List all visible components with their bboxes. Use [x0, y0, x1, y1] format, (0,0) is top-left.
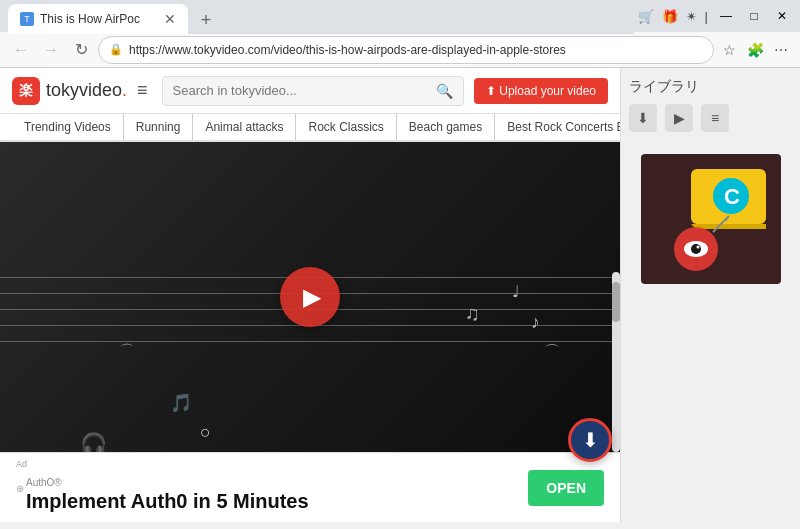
logo-text: tokyvideo.: [46, 80, 127, 101]
title-bar: T This is How AirPoc ✕ + 🛒 🎁 ✴ | — □ ✕: [0, 0, 800, 32]
cart-icon[interactable]: 🛒: [638, 9, 654, 24]
scroll-indicator[interactable]: [612, 272, 620, 452]
tokyvideo-header: 楽 tokyvideo. ≡ 🔍 ⬆ Upload your video: [0, 68, 620, 114]
ad-close-area: ⊕: [16, 453, 24, 522]
back-button[interactable]: ←: [8, 37, 34, 63]
ad-small-icon: ⊕: [16, 483, 24, 494]
minimize-button[interactable]: —: [716, 6, 736, 26]
scroll-thumb: [612, 282, 620, 322]
nav-item-beach-games[interactable]: Beach games: [397, 114, 495, 141]
gift-icon[interactable]: 🎁: [662, 9, 678, 24]
lock-icon: 🔒: [109, 43, 123, 56]
svg-point-7: [691, 244, 701, 254]
hamburger-menu[interactable]: ≡: [137, 80, 148, 101]
address-bar[interactable]: 🔒 https://www.tokyvideo.com/video/this-i…: [98, 36, 714, 64]
nav-extras: ☆ 🧩 ⋯: [718, 39, 792, 61]
upload-button[interactable]: ⬆ Upload your video: [474, 78, 608, 104]
main-panel: 楽 tokyvideo. ≡ 🔍 ⬆ Upload your video Tre…: [0, 68, 620, 522]
ad-open-button[interactable]: OPEN: [528, 470, 604, 506]
window-controls: 🛒 🎁 ✴ | — □ ✕: [638, 6, 792, 26]
earbud-8: ⌒: [544, 342, 560, 363]
earbud-5: ♩: [512, 282, 520, 301]
address-text: https://www.tokyvideo.com/video/this-is-…: [129, 43, 703, 57]
active-tab[interactable]: T This is How AirPoc ✕: [8, 4, 188, 34]
download-icon: ⬇: [582, 428, 599, 452]
ad-text: AuthO® Implement Auth0 in 5 Minutes: [16, 463, 516, 513]
tab-close-button[interactable]: ✕: [164, 11, 176, 27]
sidebar-list-icon[interactable]: ≡: [701, 104, 729, 132]
logo-icon: 楽: [12, 77, 40, 105]
more-menu-icon[interactable]: ⋯: [770, 39, 792, 61]
category-nav: Trending Videos Running Animal attacks R…: [0, 114, 620, 142]
star-icon[interactable]: ✴: [686, 9, 697, 24]
nav-item-rock-classics[interactable]: Rock Classics: [296, 114, 396, 141]
extensions-icon[interactable]: 🧩: [744, 39, 766, 61]
sidebar-play-icon[interactable]: ▶: [665, 104, 693, 132]
ad-title: Implement Auth0 in 5 Minutes: [26, 490, 516, 513]
ad-banner: Ad ⊕ AuthO® Implement Auth0 in 5 Minutes…: [0, 452, 620, 522]
svg-text:C: C: [724, 184, 740, 209]
app-content: 楽 tokyvideo. ≡ 🔍 ⬆ Upload your video Tre…: [0, 68, 800, 522]
search-icon[interactable]: 🔍: [436, 83, 453, 99]
nav-item-running[interactable]: Running: [124, 114, 194, 141]
new-tab-button[interactable]: +: [192, 6, 220, 34]
nav-item-best-rock[interactable]: Best Rock Concerts Ever: [495, 114, 620, 141]
earbud-4: ⌒: [120, 342, 134, 360]
earbud-2: 🎵: [170, 392, 192, 414]
close-button[interactable]: ✕: [772, 6, 792, 26]
refresh-button[interactable]: ↻: [68, 37, 94, 63]
tab-favicon: T: [20, 12, 34, 26]
search-input[interactable]: [173, 83, 430, 98]
earbud-1: 🎧: [80, 432, 107, 452]
library-label: ライブラリ: [629, 78, 699, 96]
tab-title: This is How AirPoc: [40, 12, 154, 26]
sidebar-download-icon[interactable]: ⬇: [629, 104, 657, 132]
play-button[interactable]: ▶: [280, 267, 340, 327]
thumbnail-svg: C: [641, 154, 781, 284]
browser-nav-bar: ← → ↻ 🔒 https://www.tokyvideo.com/video/…: [0, 32, 800, 68]
star-bookmark-icon[interactable]: ☆: [718, 39, 740, 61]
video-player[interactable]: 🎧 🎵 ○ ⌒ ♩ ♫ ♪ ⌒ ▶: [0, 142, 620, 452]
search-bar: 🔍: [162, 76, 464, 106]
nav-item-trending[interactable]: Trending Videos: [12, 114, 124, 141]
play-icon: ▶: [303, 283, 321, 311]
ad-sponsor: AuthO®: [26, 477, 516, 488]
svg-point-8: [696, 246, 699, 249]
thumbnail-illustration: C: [641, 154, 781, 284]
divider-icon: |: [705, 9, 708, 24]
tokyvideo-logo: 楽 tokyvideo.: [12, 77, 127, 105]
nav-item-animal-attacks[interactable]: Animal attacks: [193, 114, 296, 141]
download-button[interactable]: ⬇: [568, 418, 612, 462]
forward-button[interactable]: →: [38, 37, 64, 63]
earbud-3: ○: [200, 422, 211, 443]
right-sidebar: ライブラリ ⬇ ▶ ≡ C: [620, 68, 800, 522]
maximize-button[interactable]: □: [744, 6, 764, 26]
earbud-7: ♪: [531, 312, 540, 333]
sidebar-action-icons: ⬇ ▶ ≡: [629, 104, 729, 132]
earbud-6: ♫: [465, 302, 480, 325]
